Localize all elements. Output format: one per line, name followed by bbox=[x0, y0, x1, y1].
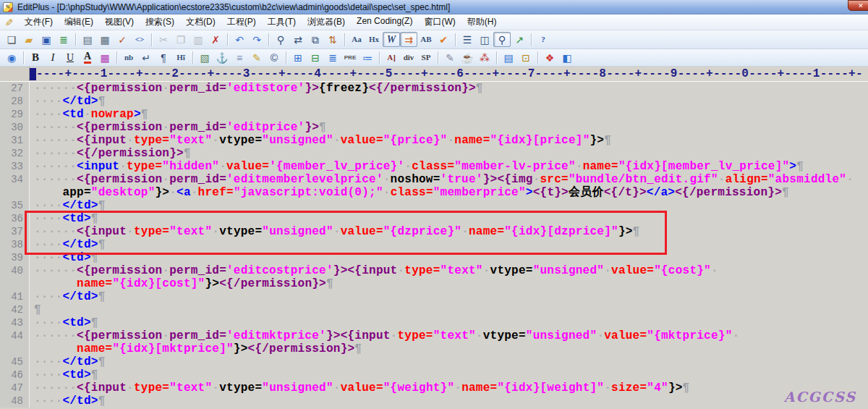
menu-zen-coding[interactable]: Zen Coding(Z) bbox=[351, 14, 418, 30]
pre-tag-button[interactable]: PRE bbox=[341, 50, 359, 65]
sort-button[interactable]: ⇅ bbox=[324, 32, 341, 47]
bold-button[interactable]: B bbox=[27, 50, 44, 65]
cut-button[interactable]: ✂ bbox=[155, 32, 172, 47]
code-line[interactable]: ····</td>¶ bbox=[30, 395, 106, 408]
menu-document[interactable]: 文档(D) bbox=[180, 14, 221, 30]
underline-button[interactable]: U bbox=[61, 50, 79, 65]
menu-edit[interactable]: 编辑(E) bbox=[59, 14, 99, 30]
save-button[interactable]: ▣ bbox=[38, 32, 55, 47]
column-ruler: ----+----1----+----2----+----3----+----4… bbox=[0, 67, 868, 82]
find-button[interactable]: ⚲ bbox=[272, 32, 289, 47]
copy-button[interactable]: ❐ bbox=[172, 32, 190, 47]
close-button[interactable]: ✕ bbox=[848, 0, 868, 11]
browser-preview-button[interactable]: ⚲ bbox=[493, 32, 511, 47]
div-tag-button[interactable]: div bbox=[400, 50, 417, 65]
delete-button[interactable]: ✗ bbox=[207, 32, 224, 47]
horizontal-rule-button[interactable]: ≡ bbox=[231, 50, 248, 65]
menu-window[interactable]: 窗口(W) bbox=[418, 14, 461, 30]
copyright-char-button[interactable]: © bbox=[265, 50, 283, 65]
color-picker-button[interactable]: ▦ bbox=[96, 50, 114, 65]
code-token: type= bbox=[127, 160, 162, 173]
menu-items: 文件(F)编辑(E)视图(V)搜索(S)文档(D)工程(P)工具(T)浏览器(B… bbox=[19, 14, 503, 30]
span-tag-button[interactable]: SP bbox=[417, 50, 435, 65]
change-case-button[interactable]: Aa bbox=[348, 32, 365, 47]
sidebar-panel-button[interactable]: ◧ bbox=[558, 50, 576, 65]
redo-button[interactable]: ↷ bbox=[248, 32, 265, 47]
code-line[interactable]: ······<{permission·perm_id='editmemberle… bbox=[30, 173, 854, 186]
title-bar[interactable]: ✎ EditPlus - [D:\phpStudy\WWW\Applicatio… bbox=[0, 0, 868, 14]
list-tag-button[interactable]: ≔ bbox=[359, 50, 376, 65]
line-break-button[interactable]: ↵ bbox=[137, 50, 155, 65]
menu-search[interactable]: 搜索(S) bbox=[140, 14, 180, 30]
code-line[interactable]: name="{idx}[cost]"}><{/permission}>¶ bbox=[30, 277, 333, 290]
code-line[interactable]: name="{idx}[mktprice]"}><{/permission}>¶ bbox=[30, 342, 362, 355]
align-text-button[interactable]: ≣ bbox=[324, 50, 341, 65]
code-token: }> bbox=[155, 186, 169, 199]
form-elements-button[interactable]: ⊡ bbox=[517, 50, 535, 65]
spell-check-button[interactable]: ✓ bbox=[114, 32, 131, 47]
code-line[interactable]: ····<td·nowrap>¶ bbox=[30, 108, 148, 121]
auto-indent-button[interactable]: ⇉ bbox=[400, 32, 417, 47]
anchor-button[interactable]: ⚓ bbox=[213, 50, 231, 65]
code-line[interactable]: ······<{permission·perm_id='editmktprice… bbox=[30, 329, 739, 342]
quick-edit-button[interactable]: ✎ bbox=[441, 50, 459, 65]
insert-image-button[interactable]: ▧ bbox=[196, 50, 213, 65]
syntax-check-button[interactable]: ✔ bbox=[435, 32, 452, 47]
code-editor[interactable]: 27······<{permission·perm_id='editstore'… bbox=[0, 82, 868, 409]
cliptext-list-button[interactable]: ☰ bbox=[459, 32, 476, 47]
menu-file[interactable]: 文件(F) bbox=[19, 14, 59, 30]
paragraph-button[interactable]: ¶ bbox=[155, 50, 172, 65]
menu-bar: ✎ 文件(F)编辑(E)视图(V)搜索(S)文档(D)工程(P)工具(T)浏览器… bbox=[0, 14, 868, 30]
code-line[interactable]: ····<td>¶ bbox=[30, 316, 98, 329]
font-color-button[interactable]: A bbox=[79, 50, 96, 65]
word-wrap-button[interactable]: W bbox=[383, 32, 400, 47]
paste-button[interactable]: ▥ bbox=[190, 32, 207, 47]
print-button[interactable]: ▦ bbox=[96, 32, 114, 47]
menu-browser[interactable]: 浏览器(B) bbox=[302, 14, 351, 30]
code-line[interactable]: ······<{permission·perm_id='editcostpric… bbox=[30, 264, 718, 277]
context-help-button[interactable]: ? bbox=[535, 32, 552, 47]
code-line[interactable]: ····</td>¶ bbox=[30, 290, 106, 303]
css-style-button[interactable]: ☕ bbox=[459, 50, 476, 65]
code-line[interactable]: ······<{input·type="text"·vtype="unsigne… bbox=[30, 134, 611, 147]
menu-view[interactable]: 视图(V) bbox=[99, 14, 140, 30]
code-line[interactable]: ····</td>¶ bbox=[30, 355, 106, 368]
window-split-button[interactable]: ◫ bbox=[476, 32, 493, 47]
code-line[interactable]: ····</td>¶ bbox=[30, 95, 106, 108]
code-line[interactable]: ····<td>¶ bbox=[30, 368, 98, 381]
menu-project[interactable]: 工程(P) bbox=[221, 14, 262, 30]
find-in-files-button[interactable]: ⧉ bbox=[307, 32, 324, 47]
highlight-edit-button[interactable]: ✎ bbox=[248, 50, 265, 65]
code-token: "unsigned" bbox=[526, 329, 597, 342]
code-line[interactable]: app="desktop"}>·<a·href="javascript:void… bbox=[30, 186, 789, 199]
code-line[interactable]: ······<{permission·perm_id='editprice'}>… bbox=[30, 121, 326, 134]
new-file-button[interactable]: ❏ bbox=[3, 32, 20, 47]
abbrev-list-button[interactable]: AB bbox=[417, 32, 435, 47]
heading-button[interactable]: Hī bbox=[172, 50, 190, 65]
code-line[interactable]: ······<{/permission}>¶ bbox=[30, 147, 191, 160]
nbsp-button[interactable]: nb bbox=[120, 50, 137, 65]
script-beans-button[interactable]: ⁂ bbox=[476, 50, 493, 65]
code-token: </td> bbox=[62, 290, 98, 303]
form-insert-button[interactable]: ▤ bbox=[500, 50, 517, 65]
undo-button[interactable]: ↶ bbox=[231, 32, 248, 47]
menu-tools[interactable]: 工具(T) bbox=[262, 14, 302, 30]
save-all-button[interactable]: ≣ bbox=[55, 32, 72, 47]
table-button[interactable]: ⊞ bbox=[289, 50, 307, 65]
code-line[interactable]: ¶ bbox=[30, 303, 41, 316]
menu-help[interactable]: 帮助(H) bbox=[461, 14, 503, 30]
table-row-button[interactable]: ⊟ bbox=[307, 50, 324, 65]
window-colors-button[interactable]: ❖ bbox=[541, 50, 558, 65]
a-tag-button[interactable]: A] bbox=[383, 50, 400, 65]
code-line[interactable]: ······<input·type="hidden"·value='{membe… bbox=[30, 160, 804, 173]
browser-globe-button[interactable]: ◉ bbox=[3, 50, 20, 65]
view-source-button[interactable]: <> bbox=[131, 32, 148, 47]
italic-button[interactable]: I bbox=[44, 50, 61, 65]
code-line[interactable]: ······<{permission·perm_id='editstore'}>… bbox=[30, 82, 483, 95]
code-line[interactable]: ······<{input·type="text"·vtype="unsigne… bbox=[30, 381, 689, 395]
open-folder-button[interactable]: ▰ bbox=[20, 32, 38, 47]
open-in-browser-button[interactable]: ↗ bbox=[511, 32, 528, 47]
print-preview-button[interactable]: ▤ bbox=[79, 32, 96, 47]
hex-view-button[interactable]: Hx bbox=[365, 32, 383, 47]
replace-button[interactable]: ⇄ bbox=[289, 32, 307, 47]
